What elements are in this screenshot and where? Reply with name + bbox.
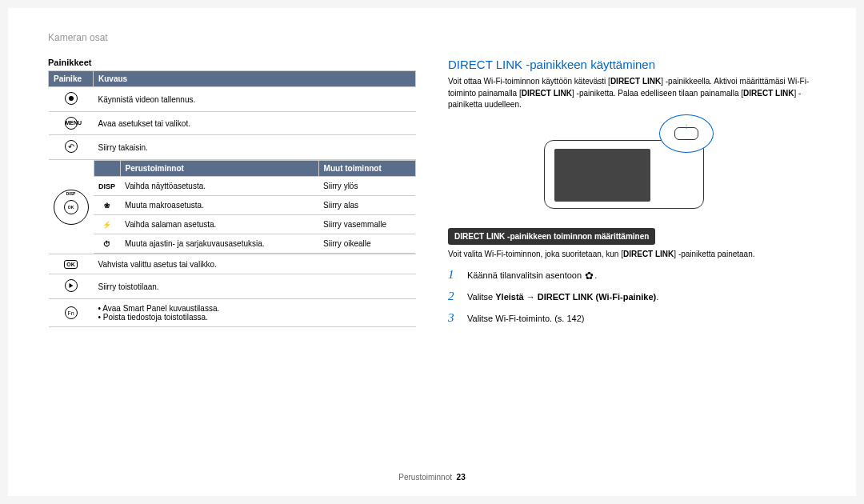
step-3-text: Valitse Wi-Fi-toiminto. (s. 142) (467, 314, 585, 323)
steps-list: 1 Käännä tilanvalitsin asentoon . 2 Vali… (448, 268, 816, 325)
th-button: Painike (49, 71, 94, 87)
table-row: Siirry toistotilaan. (49, 274, 416, 299)
timer-other: Siirry oikealle (318, 234, 415, 254)
table-row: Fn Avaa Smart Panel kuvaustilassa. Poist… (49, 299, 416, 327)
navpad-icon: DISP OK (54, 190, 89, 225)
navpad-subtable: Perustoiminnot Muut toiminnot DISP Vaihd… (94, 160, 416, 254)
table-row: DISP OK Perustoiminnot Muut toi (49, 160, 416, 254)
flash-basic: Vaihda salaman asetusta. (120, 215, 318, 234)
step-2-text: Valitse Yleistä → DIRECT LINK (Wi-Fi-pai… (467, 292, 658, 302)
page-footer: Perustoiminnot 23 (398, 473, 465, 482)
desc-back: Siirry takaisin. (94, 135, 416, 160)
section-title-buttons: Painikkeet (48, 58, 416, 67)
left-column: Painikkeet Painike Kuvaus Käynnistä vide… (48, 58, 416, 333)
table-row: Käynnistä videon tallennus. (49, 87, 416, 112)
gear-icon (584, 271, 594, 282)
footer-page-number: 23 (457, 473, 466, 482)
menu-icon: MENU (65, 117, 78, 130)
fn-list: Avaa Smart Panel kuvaustilassa. Poista t… (98, 304, 411, 322)
record-icon (65, 92, 78, 105)
disp-basic: Vaihda näyttöasetusta. (120, 177, 318, 196)
subth-other: Muut toiminnot (318, 161, 415, 177)
step-3: 3 Valitse Wi-Fi-toiminto. (s. 142) (448, 311, 816, 325)
direct-link-callout: ↓ (659, 114, 714, 153)
right-column: DIRECT LINK -painikkeen käyttäminen Voit… (448, 58, 816, 333)
content-columns: Painikkeet Painike Kuvaus Käynnistä vide… (48, 58, 816, 333)
camera-screen (554, 149, 650, 202)
macro-icon: ❀ (94, 196, 120, 215)
intro-paragraph: Voit ottaa Wi-Fi-toiminnon käyttöön käte… (448, 76, 816, 111)
manual-page: Kameran osat Painikkeet Painike Kuvaus K… (8, 8, 856, 496)
footer-section: Perustoiminnot (398, 473, 452, 482)
disp-other: Siirry ylös (318, 177, 415, 196)
breadcrumb: Kameran osat (48, 32, 816, 43)
step-2: 2 Valitse Yleistä → DIRECT LINK (Wi-Fi-p… (448, 290, 816, 303)
step-number: 1 (448, 268, 459, 282)
play-icon (65, 279, 78, 292)
buttons-table: Painike Kuvaus Käynnistä videon tallennu… (48, 70, 416, 327)
flash-icon: ⚡ (94, 215, 120, 234)
step-number: 3 (448, 311, 459, 325)
direct-link-button-graphic: ↓ (674, 127, 698, 140)
macro-basic: Muuta makroasetusta. (120, 196, 318, 215)
navpad-top-label: DISP (66, 191, 76, 196)
fn-item-1: Avaa Smart Panel kuvaustilassa. (98, 304, 411, 313)
desc-menu: Avaa asetukset tai valikot. (94, 112, 416, 135)
fn-item-2: Poista tiedostoja toistotilassa. (98, 313, 411, 322)
timer-icon: ⏱ (94, 234, 120, 254)
timer-basic: Muuta ajastin- ja sarjakuvausasetuksia. (120, 234, 318, 254)
arrow-down-icon: ↓ (685, 122, 689, 130)
table-row: Siirry takaisin. (49, 135, 416, 160)
macro-other: Siirry alas (318, 196, 415, 215)
th-desc: Kuvaus (94, 71, 416, 87)
right-title: DIRECT LINK -painikkeen käyttäminen (448, 58, 816, 71)
subth-basic: Perustoiminnot (120, 161, 318, 177)
flash-other: Siirry vasemmalle (318, 215, 415, 234)
step-number: 2 (448, 290, 459, 303)
desc-record: Käynnistä videon tallennus. (94, 87, 416, 112)
ok-icon: OK (64, 260, 78, 269)
instruction-paragraph: Voit valita Wi-Fi-toiminnon, joka suorit… (448, 249, 816, 261)
desc-play: Siirry toistotilaan. (94, 274, 416, 299)
table-row: OK Vahvista valittu asetus tai valikko. (49, 254, 416, 274)
step-1: 1 Käännä tilanvalitsin asentoon . (448, 268, 816, 282)
step-1-text: Käännä tilanvalitsin asentoon . (467, 270, 597, 282)
disp-icon: DISP (94, 177, 120, 196)
camera-illustration: ↓ (528, 119, 736, 215)
navpad-center-label: OK (68, 205, 74, 210)
subsection-bar: DIRECT LINK -painikkeen toiminnon määrit… (448, 228, 655, 245)
table-row: MENU Avaa asetukset tai valikot. (49, 112, 416, 135)
fn-icon: Fn (65, 306, 78, 319)
back-icon (65, 140, 78, 153)
desc-ok: Vahvista valittu asetus tai valikko. (94, 254, 416, 274)
